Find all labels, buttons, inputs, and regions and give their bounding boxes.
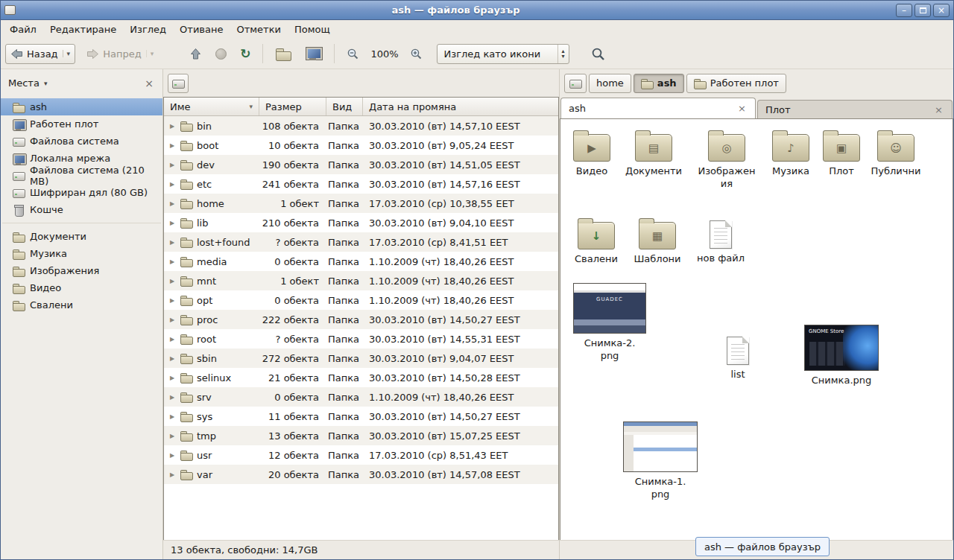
table-row[interactable]: ▶boot10 обектаПапка30.03.2010 (вт) 9,05,… bbox=[164, 136, 558, 155]
menu-help[interactable]: Помощ bbox=[288, 22, 337, 37]
sidebar-close-button[interactable]: × bbox=[143, 77, 155, 89]
forward-history-chevron-down-icon[interactable]: ▾ bbox=[146, 50, 154, 57]
icon-item-new-file[interactable]: нов файл bbox=[689, 217, 752, 265]
sidebar-item-filesystem-210mb[interactable]: Файлова система (210 MB) bbox=[1, 167, 162, 184]
expander-icon[interactable]: ▶ bbox=[170, 471, 177, 478]
path-button-home[interactable]: home bbox=[589, 74, 631, 93]
icon-item-templates[interactable]: ▦Шаблони bbox=[626, 217, 689, 266]
column-header-size[interactable]: Размер bbox=[259, 98, 326, 115]
list-body[interactable]: ▶bin108 обектаПапка30.03.2010 (вт) 14,57… bbox=[164, 116, 558, 540]
menu-edit[interactable]: Редактиране bbox=[43, 22, 123, 37]
zoom-out-button[interactable] bbox=[341, 44, 364, 64]
icon-item-list[interactable]: list bbox=[707, 334, 769, 381]
expander-icon[interactable]: ▶ bbox=[170, 452, 177, 459]
sidebar-item-documents[interactable]: Документи bbox=[1, 228, 162, 245]
menu-bookmarks[interactable]: Отметки bbox=[230, 22, 287, 37]
table-row[interactable]: ▶etc241 обектаПапка30.03.2010 (вт) 14,57… bbox=[164, 174, 558, 194]
root-path-button[interactable] bbox=[564, 74, 587, 93]
table-row[interactable]: ▶lost+found? обектаПапка17.03.2010 (ср) … bbox=[164, 232, 558, 252]
expander-icon[interactable]: ▶ bbox=[170, 200, 177, 207]
expander-icon[interactable]: ▶ bbox=[170, 355, 177, 362]
icon-view[interactable]: ▶Видео ▤Документи ◎Изображен ия ♪Музика … bbox=[560, 118, 953, 540]
expander-icon[interactable]: ▶ bbox=[170, 336, 177, 343]
expander-icon[interactable]: ▶ bbox=[170, 181, 177, 188]
column-header-name[interactable]: Име▾ bbox=[164, 98, 259, 115]
column-header-date[interactable]: Дата на промяна bbox=[363, 98, 558, 115]
expander-icon[interactable]: ▶ bbox=[170, 375, 177, 381]
reload-button[interactable]: ↻ bbox=[235, 44, 256, 64]
expander-icon[interactable]: ▶ bbox=[170, 239, 177, 246]
expander-icon[interactable]: ▶ bbox=[170, 258, 177, 265]
table-row[interactable]: ▶tmp13 обектаПапка30.03.2010 (вт) 15,07,… bbox=[164, 426, 558, 445]
sidebar-item-trash[interactable]: Кошче bbox=[1, 201, 162, 218]
icon-item-snimka[interactable]: GNOME StoreСнимка.png bbox=[803, 325, 880, 387]
sidebar-item-music[interactable]: Музика bbox=[1, 245, 162, 262]
table-row[interactable]: ▶usr12 обектаПапка17.03.2010 (ср) 8,51,4… bbox=[164, 445, 558, 465]
stop-button[interactable] bbox=[210, 45, 232, 63]
sidebar-mode-select[interactable]: Места ▾ bbox=[8, 77, 47, 89]
sidebar-item-downloads[interactable]: Свалени bbox=[1, 296, 162, 314]
table-row[interactable]: ▶var20 обектаПапка30.03.2010 (вт) 14,57,… bbox=[164, 465, 558, 484]
expander-icon[interactable]: ▶ bbox=[170, 220, 177, 226]
icon-item-public[interactable]: ☺Публични bbox=[865, 130, 927, 178]
menu-view[interactable]: Изглед bbox=[123, 22, 173, 37]
sidebar-item-encrypted-80gb[interactable]: Шифриран дял (80 GB) bbox=[1, 184, 162, 201]
file-system-path-button[interactable] bbox=[168, 74, 189, 93]
titlebar[interactable]: ash — файлов браузър – × bbox=[1, 1, 953, 20]
column-header-type[interactable]: Вид bbox=[326, 98, 363, 115]
table-row[interactable]: ▶lib210 обектаПапка30.03.2010 (вт) 9,04,… bbox=[164, 213, 558, 232]
sidebar-item-video[interactable]: Видео bbox=[1, 279, 162, 296]
icon-item-downloads[interactable]: ↓Свалени bbox=[565, 217, 628, 266]
expander-icon[interactable]: ▶ bbox=[170, 162, 177, 168]
table-row[interactable]: ▶opt0 обектаПапка1.10.2009 (чт) 18,40,26… bbox=[164, 290, 558, 310]
sidebar-item-desktop[interactable]: Работен плот bbox=[1, 115, 162, 133]
menu-file[interactable]: Файл bbox=[3, 22, 43, 37]
minimize-button[interactable]: – bbox=[896, 4, 912, 17]
table-row[interactable]: ▶home1 обектПапка17.03.2010 (ср) 10,38,5… bbox=[164, 194, 558, 213]
sidebar-item-ash[interactable]: ash bbox=[1, 98, 162, 115]
table-row[interactable]: ▶mnt1 обектПапка1.10.2009 (чт) 18,40,26 … bbox=[164, 271, 558, 290]
expander-icon[interactable]: ▶ bbox=[170, 433, 177, 439]
up-button[interactable] bbox=[184, 44, 207, 64]
path-button-desktop[interactable]: Работен плот bbox=[686, 74, 786, 93]
path-button-ash[interactable]: ash bbox=[634, 74, 684, 93]
zoom-in-button[interactable] bbox=[405, 44, 428, 64]
table-row[interactable]: ▶sbin272 обектаПапка30.03.2010 (вт) 9,04… bbox=[164, 349, 558, 368]
menu-go[interactable]: Отиване bbox=[173, 22, 230, 37]
table-row[interactable]: ▶root? обектаПапка30.03.2010 (вт) 14,55,… bbox=[164, 329, 558, 349]
back-history-chevron-down-icon[interactable]: ▾ bbox=[63, 50, 71, 57]
expander-icon[interactable]: ▶ bbox=[170, 278, 177, 284]
search-button[interactable] bbox=[586, 43, 610, 65]
tab-plot[interactable]: Плот× bbox=[757, 100, 953, 118]
icon-item-snimka-1[interactable]: Снимка-1. png bbox=[622, 421, 699, 501]
table-row[interactable]: ▶selinux21 обектаПапка30.03.2010 (вт) 14… bbox=[164, 368, 558, 387]
table-row[interactable]: ▶proc222 обектаПапка30.03.2010 (вт) 14,5… bbox=[164, 310, 558, 329]
expander-icon[interactable]: ▶ bbox=[170, 123, 177, 130]
forward-button[interactable]: Напред ▾ bbox=[81, 44, 159, 64]
view-mode-select[interactable]: Изглед като икони ▴▾ bbox=[437, 44, 569, 64]
tab-close-icon[interactable]: × bbox=[736, 103, 748, 114]
expander-icon[interactable]: ▶ bbox=[170, 297, 177, 304]
icon-item-snimka-2[interactable]: GUADECСнимка-2. png bbox=[571, 283, 648, 363]
table-row[interactable]: ▶sys11 обектаПапка30.03.2010 (вт) 14,50,… bbox=[164, 407, 558, 426]
tab-close-icon[interactable]: × bbox=[933, 104, 944, 115]
close-button[interactable]: × bbox=[933, 4, 950, 17]
expander-icon[interactable]: ▶ bbox=[170, 413, 177, 420]
icon-item-video[interactable]: ▶Видео bbox=[560, 130, 623, 178]
maximize-button[interactable] bbox=[914, 4, 931, 17]
table-row[interactable]: ▶dev190 обектаПапка30.03.2010 (вт) 14,51… bbox=[164, 155, 558, 174]
sidebar-item-images[interactable]: Изображения bbox=[1, 262, 162, 279]
table-row[interactable]: ▶bin108 обектаПапка30.03.2010 (вт) 14,57… bbox=[164, 116, 558, 136]
expander-icon[interactable]: ▶ bbox=[170, 394, 177, 401]
icon-item-images[interactable]: ◎Изображен ия bbox=[695, 130, 758, 191]
tab-ash[interactable]: ash× bbox=[560, 98, 756, 118]
table-row[interactable]: ▶media0 обектаПапка1.10.2009 (чт) 18,40,… bbox=[164, 252, 558, 271]
home-button[interactable] bbox=[270, 43, 297, 64]
expander-icon[interactable]: ▶ bbox=[170, 142, 177, 149]
computer-button[interactable] bbox=[300, 43, 327, 64]
table-row[interactable]: ▶srv0 обектаПапка1.10.2009 (чт) 18,40,26… bbox=[164, 387, 558, 407]
expander-icon[interactable]: ▶ bbox=[170, 316, 177, 323]
icon-item-documents[interactable]: ▤Документи bbox=[622, 130, 685, 178]
sidebar-item-filesystem[interactable]: Файлова система bbox=[1, 133, 162, 150]
back-button[interactable]: Назад ▾ bbox=[5, 44, 75, 64]
